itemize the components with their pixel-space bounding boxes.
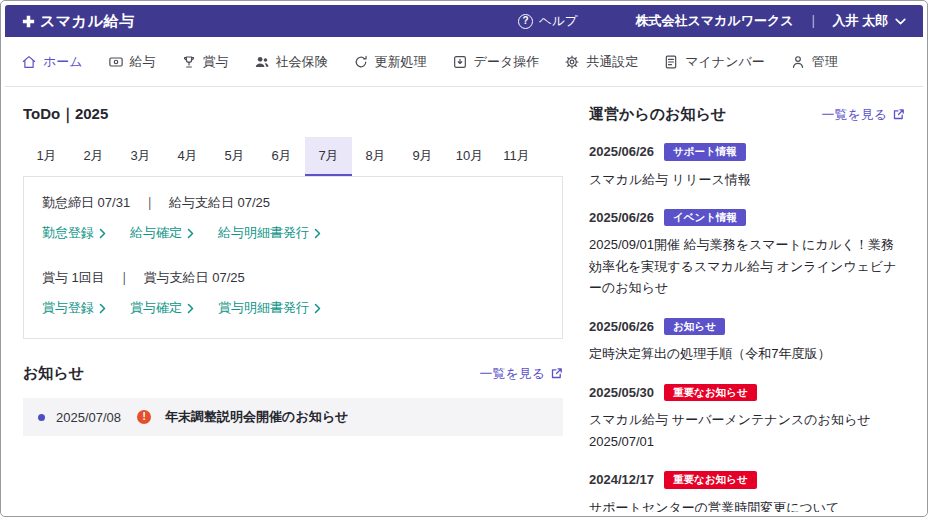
nav-label: ホーム — [43, 53, 83, 71]
month-tab[interactable]: 4月 — [164, 137, 211, 176]
salary-icon — [108, 54, 124, 70]
company-name: 株式会社スマカルワークス — [636, 12, 794, 30]
nav-item-bonus[interactable]: 賞与 — [181, 53, 229, 71]
header-right: ? ヘルプ 株式会社スマカルワークス ｜ 入井 太郎 — [518, 12, 906, 30]
month-tab[interactable]: 8月 — [352, 137, 399, 176]
nav-label: 賞与 — [203, 53, 229, 71]
salary-schedule: 勤怠締日 07/31 ｜ 給与支給日 07/25 — [42, 194, 544, 212]
view-all-label: 一覧を見る — [821, 106, 887, 124]
news-item[interactable]: 2024/12/17 重要なお知らせ サポートセンターの営業時間変更について — [589, 471, 905, 512]
user-menu[interactable]: 入井 太郎 — [832, 12, 906, 30]
news-text: スマカル給与 サーバーメンテナンスのお知らせ 2025/07/01 — [589, 409, 905, 452]
help-glyph: ? — [523, 16, 529, 26]
salary-todo-group: 勤怠締日 07/31 ｜ 給与支給日 07/25 勤怠登録 給与確定 給与明細書… — [42, 194, 544, 242]
link-label: 給与明細書発行 — [218, 224, 309, 242]
month-tab[interactable]: 5月 — [211, 137, 258, 176]
nav-label: 共通設定 — [586, 53, 638, 71]
news-item[interactable]: 2025/05/30 重要なお知らせ スマカル給与 サーバーメンテナンスのお知ら… — [589, 384, 905, 452]
link-label: 給与確定 — [130, 224, 182, 242]
bonus-links: 賞与登録 賞与確定 賞与明細書発行 — [42, 299, 544, 317]
todo-panel: 勤怠締日 07/31 ｜ 給与支給日 07/25 勤怠登録 給与確定 給与明細書… — [23, 177, 563, 339]
nav-item-mynumber[interactable]: マイナンバー — [663, 53, 765, 71]
nav-label: 管理 — [812, 53, 838, 71]
link-label: 賞与確定 — [130, 299, 182, 317]
app-window: スマカル給与 ? ヘルプ 株式会社スマカルワークス ｜ 入井 太郎 ホーム — [0, 0, 928, 517]
month-tab[interactable]: 6月 — [258, 137, 305, 176]
app-header: スマカル給与 ? ヘルプ 株式会社スマカルワークス ｜ 入井 太郎 — [5, 5, 923, 37]
month-tab[interactable]: 11月 — [493, 137, 540, 176]
alert-glyph: ! — [142, 412, 145, 422]
nav-item-settings[interactable]: 共通設定 — [564, 53, 638, 71]
plus-logo-icon — [22, 15, 35, 28]
notices-header: お知らせ 一覧を見る — [23, 364, 563, 383]
gear-icon — [564, 54, 580, 70]
nav-item-salary[interactable]: 給与 — [108, 53, 156, 71]
month-tab[interactable]: 3月 — [117, 137, 164, 176]
news-header: 運営からのお知らせ 一覧を見る — [589, 105, 905, 124]
link-attendance-entry[interactable]: 勤怠登録 — [42, 224, 106, 242]
news-meta: 2025/06/26 イベント情報 — [589, 209, 905, 227]
chevron-right-icon — [99, 303, 106, 314]
news-badge: 重要なお知らせ — [664, 471, 756, 489]
chevron-right-icon — [99, 228, 106, 239]
notices-title: お知らせ — [23, 364, 84, 383]
nav-item-data[interactable]: データ操作 — [452, 53, 540, 71]
todo-title: ToDo｜2025 — [23, 105, 563, 124]
chevron-right-icon — [187, 228, 194, 239]
link-bonus-entry[interactable]: 賞与登録 — [42, 299, 106, 317]
app-logo[interactable]: スマカル給与 — [22, 12, 134, 31]
download-icon — [452, 54, 468, 70]
news-text: スマカル給与 リリース情報 — [589, 169, 905, 190]
external-link-icon — [550, 367, 563, 380]
link-salary-confirm[interactable]: 給与確定 — [130, 224, 194, 242]
month-tab[interactable]: 10月 — [446, 137, 493, 176]
salary-links: 勤怠登録 給与確定 給与明細書発行 — [42, 224, 544, 242]
notices-view-all[interactable]: 一覧を見る — [479, 365, 563, 383]
news-text: サポートセンターの営業時間変更について — [589, 497, 905, 512]
help-label: ヘルプ — [539, 13, 577, 30]
nav-label: 社会保険 — [276, 53, 328, 71]
news-item[interactable]: 2025/06/26 お知らせ 定時決定算出の処理手順（令和7年度版） — [589, 318, 905, 365]
nav-item-update[interactable]: 更新処理 — [353, 53, 427, 71]
link-bonus-payslip-issue[interactable]: 賞与明細書発行 — [218, 299, 321, 317]
news-item[interactable]: 2025/06/26 イベント情報 2025/09/01開催 給与業務をスマート… — [589, 209, 905, 299]
news-date: 2025/05/30 — [589, 385, 654, 400]
news-badge: サポート情報 — [664, 143, 746, 161]
news-meta: 2024/12/17 重要なお知らせ — [589, 471, 905, 489]
news-view-all[interactable]: 一覧を見る — [821, 106, 905, 124]
notice-text: 年末調整説明会開催のお知らせ — [165, 408, 348, 426]
nav-item-social-insurance[interactable]: 社会保険 — [254, 53, 328, 71]
id-card-icon — [663, 54, 679, 70]
bullet-dot-icon — [38, 414, 45, 421]
news-meta: 2025/05/30 重要なお知らせ — [589, 384, 905, 402]
link-payslip-issue[interactable]: 給与明細書発行 — [218, 224, 321, 242]
month-tab[interactable]: 1月 — [23, 137, 70, 176]
help-button[interactable]: ? ヘルプ — [518, 13, 577, 30]
month-tab[interactable]: 2月 — [70, 137, 117, 176]
news-meta: 2025/06/26 サポート情報 — [589, 143, 905, 161]
alert-icon: ! — [137, 410, 151, 424]
nav-label: 更新処理 — [375, 53, 427, 71]
nav-item-home[interactable]: ホーム — [21, 53, 83, 71]
link-label: 賞与明細書発行 — [218, 299, 309, 317]
month-tab[interactable]: 7月 — [305, 137, 352, 176]
news-date: 2025/06/26 — [589, 144, 654, 159]
news-title: 運営からのお知らせ — [589, 105, 726, 124]
news-item[interactable]: 2025/06/26 サポート情報 スマカル給与 リリース情報 — [589, 143, 905, 190]
news-date: 2024/12/17 — [589, 472, 654, 487]
link-bonus-confirm[interactable]: 賞与確定 — [130, 299, 194, 317]
todo-section: ToDo｜2025 1月 2月 3月 4月 5月 6月 7月 8月 9月 10月… — [23, 103, 563, 512]
nav-item-admin[interactable]: 管理 — [790, 53, 838, 71]
news-badge: イベント情報 — [664, 209, 746, 227]
person-icon — [790, 54, 806, 70]
month-tab[interactable]: 9月 — [399, 137, 446, 176]
app: スマカル給与 ? ヘルプ 株式会社スマカルワークス ｜ 入井 太郎 ホーム — [5, 5, 923, 512]
user-name: 入井 太郎 — [832, 12, 888, 30]
chevron-right-icon — [314, 228, 321, 239]
notice-item[interactable]: 2025/07/08 ! 年末調整説明会開催のお知らせ — [23, 398, 563, 436]
bonus-icon — [181, 54, 197, 70]
refresh-icon — [353, 54, 369, 70]
news-meta: 2025/06/26 お知らせ — [589, 318, 905, 336]
news-date: 2025/06/26 — [589, 210, 654, 225]
header-divider: ｜ — [807, 12, 820, 30]
